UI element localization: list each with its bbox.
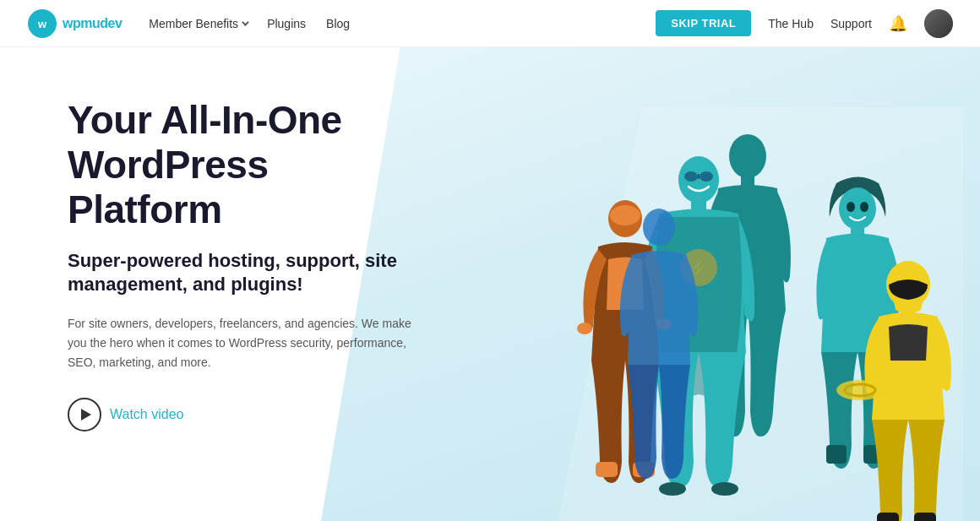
hero-description: For site owners, developers, freelancers… [68, 314, 422, 372]
hero-title: Your All-In-OneWordPress Platform [68, 98, 422, 232]
navbar: w wpmudev Member Benefits Plugins Blog S… [0, 0, 980, 47]
svg-rect-22 [826, 445, 847, 464]
svg-text:w: w [37, 18, 47, 30]
svg-point-25 [860, 202, 868, 212]
watch-video-label: Watch video [110, 407, 183, 422]
play-triangle-icon [81, 409, 91, 421]
svg-point-5 [678, 156, 719, 204]
hero-section: Your All-In-OneWordPress Platform Super-… [0, 47, 980, 521]
avatar[interactable] [924, 9, 953, 38]
svg-point-13 [711, 482, 738, 496]
logo-text: wpmudev [63, 16, 122, 31]
wpmudev-logo-icon: w [27, 8, 57, 39]
svg-point-24 [847, 202, 855, 212]
avatar-image [924, 9, 953, 38]
svg-rect-8 [698, 174, 700, 179]
nav-links: Member Benefits Plugins Blog [149, 17, 656, 30]
logo[interactable]: w wpmudev [27, 8, 122, 39]
hero-illustration: ⚡ [490, 107, 963, 521]
svg-point-3 [729, 134, 766, 178]
bell-icon[interactable]: 🔔 [889, 14, 907, 33]
superheroes-svg: ⚡ [490, 107, 963, 521]
svg-point-32 [643, 209, 675, 246]
nav-member-benefits[interactable]: Member Benefits [149, 17, 247, 30]
nav-plugins[interactable]: Plugins [267, 17, 306, 30]
hero-subtitle: Super-powered hosting, support, sitemana… [68, 249, 422, 297]
hero-content: Your All-In-OneWordPress Platform Super-… [0, 47, 473, 431]
svg-point-18 [577, 323, 592, 334]
chevron-down-icon [242, 19, 248, 25]
support-link[interactable]: Support [830, 17, 872, 30]
svg-point-15 [610, 205, 640, 225]
svg-point-12 [659, 482, 686, 496]
svg-point-6 [684, 171, 698, 182]
svg-point-20 [839, 187, 876, 230]
play-circle-icon [68, 398, 101, 431]
the-hub-link[interactable]: The Hub [768, 17, 814, 30]
nav-right: SKIP TRIAL The Hub Support 🔔 [656, 9, 953, 38]
nav-blog[interactable]: Blog [326, 17, 350, 30]
svg-point-7 [700, 171, 713, 182]
watch-video-button[interactable]: Watch video [68, 398, 183, 431]
skip-trial-button[interactable]: SKIP TRIAL [656, 10, 751, 36]
svg-rect-30 [877, 513, 899, 521]
svg-rect-31 [914, 513, 936, 521]
svg-rect-16 [596, 462, 618, 477]
